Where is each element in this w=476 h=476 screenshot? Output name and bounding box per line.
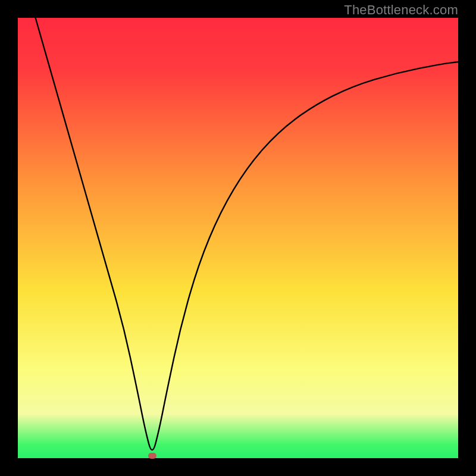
plot-area: [18, 18, 458, 458]
watermark-text: TheBottleneck.com: [344, 2, 458, 18]
minimum-marker: [148, 453, 156, 459]
bottleneck-curve: [18, 18, 458, 458]
chart-frame: TheBottleneck.com: [0, 0, 476, 476]
